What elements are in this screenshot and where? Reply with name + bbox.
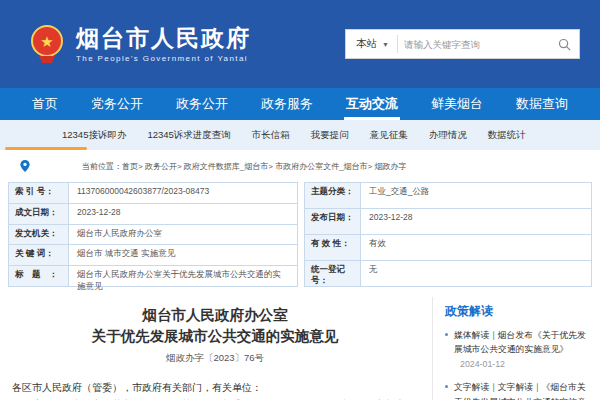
nav-item-party-affairs[interactable]: 党务公开 <box>87 88 147 120</box>
emblem-circle: ★ <box>31 25 63 57</box>
document-number: 烟政办字〔2023〕76号 <box>12 352 418 365</box>
site-title: 烟台市人民政府 <box>76 25 251 51</box>
nav-item-gov-services[interactable]: 政务服务 <box>257 88 317 120</box>
meta-value: 烟台市 城市交通 实施意见 <box>69 245 297 265</box>
search-box: 本站 ▼ <box>345 29 580 59</box>
meta-row-topic-category: 主题分类： 工业_交通_公路 <box>305 183 591 209</box>
meta-row-index-no: 索 引 号： 113706000042603877/2023-08473 <box>9 183 297 204</box>
search-scope-label: 本站 <box>356 37 377 51</box>
document-title-line1: 烟台市人民政府办公室 <box>12 305 418 326</box>
meta-label: 发布日期： <box>305 209 361 234</box>
search-icon[interactable] <box>550 38 579 51</box>
document-body: 各区市人民政府（管委），市政府有关部门，有关单位： 为贯彻落实城市公共交通优先发… <box>12 379 418 400</box>
document-meta: 索 引 号： 113706000042603877/2023-08473 成文日… <box>0 182 600 287</box>
meta-label: 发文机关： <box>9 225 69 245</box>
meta-value: 无 <box>361 261 591 286</box>
star-icon: ★ <box>40 34 53 49</box>
meta-label: 关 键 词： <box>9 245 69 265</box>
document-article: 烟台市人民政府办公室 关于优先发展城市公共交通的实施意见 烟政办字〔2023〕7… <box>8 297 432 400</box>
meta-label: 索 引 号： <box>9 183 69 203</box>
document-title-line2: 关于优先发展城市公共交通的实施意见 <box>12 326 418 347</box>
nav-item-data-query[interactable]: 数据查询 <box>512 88 572 120</box>
meta-label: 标 题 ： <box>9 266 69 286</box>
meta-value: 烟台市人民政府办公室关于优先发展城市公共交通的实施意见 <box>69 266 297 286</box>
breadcrumb-text[interactable]: 当前位置：首页> 政务公开> 政府文件数据库_烟台市> 市政府办公室文件_烟台市… <box>82 161 406 172</box>
meta-row-validity: 有 效 性： 有效 <box>305 235 591 261</box>
meta-row-issuing-agency: 发文机关： 烟台市人民政府办公室 <box>9 225 297 246</box>
meta-value: 烟台市人民政府办公室 <box>69 225 297 245</box>
meta-value: 2023-12-28 <box>69 204 297 224</box>
national-emblem-logo: ★ <box>30 25 64 63</box>
meta-table-right: 主题分类： 工业_交通_公路 发布日期： 2023-12-28 有 效 性： 有… <box>304 182 592 287</box>
policy-item-text-interpretation[interactable]: 文字解读｜文字解读｜《烟台市关于优先发展城市公共交通的实施意见》2023-12-… <box>445 380 592 400</box>
brand-text: 烟台市人民政府 The People's Government of Yanta… <box>76 25 251 63</box>
subnav-item-ask-question[interactable]: 我要提问 <box>311 129 349 142</box>
subnav-item-12345-hotline[interactable]: 12345接诉即办 <box>62 129 126 142</box>
breadcrumb: 当前位置：首页> 政务公开> 政府文件数据库_烟台市> 市政府办公室文件_烟台市… <box>0 154 600 178</box>
bullet-dot-icon <box>445 333 448 336</box>
policy-item-text: 媒体解读｜烟台发布《关于优先发展城市公共交通的实施意见》 <box>454 330 586 355</box>
main-nav: 首页 党务公开 政务公开 政务服务 互动交流 鲜美烟台 数据查询 <box>0 88 600 120</box>
meta-row-publish-date: 发布日期： 2023-12-28 <box>305 209 591 235</box>
search-scope-select[interactable]: 本站 ▼ <box>346 37 397 51</box>
meta-row-unified-reg-no: 统一登记号： 无 <box>305 261 591 286</box>
search-input[interactable] <box>398 39 550 50</box>
meta-row-title: 标 题 ： 烟台市人民政府办公室关于优先发展城市公共交通的实施意见 <box>9 266 297 286</box>
meta-value: 工业_交通_公路 <box>361 183 591 208</box>
emblem-ribbon <box>39 56 55 63</box>
policy-panel-title: 政策解读 <box>445 303 592 320</box>
policy-item-text: 文字解读｜文字解读｜《烟台市关于优先发展城市公共交通的实施意见》 <box>454 382 586 400</box>
meta-value: 有效 <box>361 235 591 260</box>
nav-item-home[interactable]: 首页 <box>28 88 62 120</box>
location-pin-icon <box>20 160 30 172</box>
policy-item-date: 2024-01-12 <box>460 359 505 369</box>
meta-label: 有 效 性： <box>305 235 361 260</box>
subnav-item-handling-status[interactable]: 办理情况 <box>429 129 467 142</box>
sub-nav: 12345接诉即办 12345诉求进度查询 市长信箱 我要提问 意见征集 办理情… <box>0 120 600 150</box>
site-title-en: The People's Government of Yantai <box>76 54 251 63</box>
meta-row-keywords: 关 键 词： 烟台市 城市交通 实施意见 <box>9 245 297 266</box>
site-brand[interactable]: ★ 烟台市人民政府 The People's Government of Yan… <box>30 25 251 63</box>
meta-row-written-date: 成文日期： 2023-12-28 <box>9 204 297 225</box>
nav-item-gov-affairs[interactable]: 政务公开 <box>172 88 232 120</box>
policy-item-media[interactable]: 媒体解读｜烟台发布《关于优先发展城市公共交通的实施意见》2024-01-12 <box>445 328 592 372</box>
document-salutation: 各区市人民政府（管委），市政府有关部门，有关单位： <box>12 379 418 397</box>
chevron-down-icon: ▼ <box>382 41 389 48</box>
nav-item-interaction[interactable]: 互动交流 <box>342 88 402 120</box>
content-row: 烟台市人民政府办公室 关于优先发展城市公共交通的实施意见 烟政办字〔2023〕7… <box>0 297 600 400</box>
subnav-item-mayor-mailbox[interactable]: 市长信箱 <box>252 129 290 142</box>
subnav-item-12345-progress[interactable]: 12345诉求进度查询 <box>147 129 230 142</box>
meta-value: 113706000042603877/2023-08473 <box>69 183 297 203</box>
document-paragraph: 为贯彻落实城市公共交通优先发展战略，积极践行绿色发展理念，巩固提升“公交都市”创 <box>12 396 418 400</box>
bullet-dot-icon <box>445 385 448 388</box>
meta-table-left: 索 引 号： 113706000042603877/2023-08473 成文日… <box>8 182 298 287</box>
meta-label: 主题分类： <box>305 183 361 208</box>
meta-label: 统一登记号： <box>305 261 361 286</box>
policy-interpretation-panel: 政策解读 媒体解读｜烟台发布《关于优先发展城市公共交通的实施意见》2024-01… <box>432 297 592 400</box>
subnav-item-opinion-collection[interactable]: 意见征集 <box>370 129 408 142</box>
site-banner: ★ 烟台市人民政府 The People's Government of Yan… <box>0 0 600 88</box>
yantai-gov-page: ★ 烟台市人民政府 The People's Government of Yan… <box>0 0 600 400</box>
nav-item-fresh-yantai[interactable]: 鲜美烟台 <box>427 88 487 120</box>
subnav-accent-bar <box>5 147 87 150</box>
meta-value: 2023-12-28 <box>361 209 591 234</box>
subnav-item-data-statistics[interactable]: 数据统计 <box>488 129 526 142</box>
meta-label: 成文日期： <box>9 204 69 224</box>
